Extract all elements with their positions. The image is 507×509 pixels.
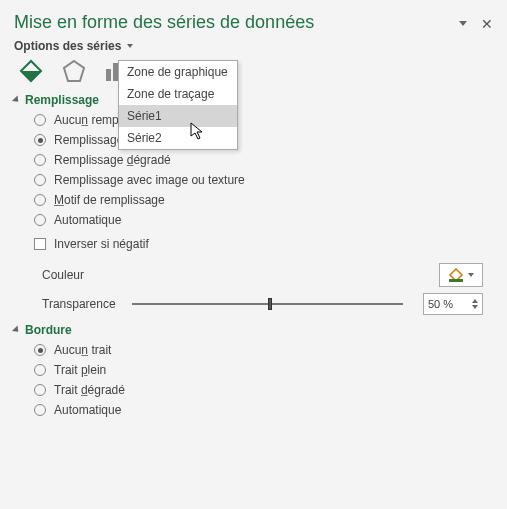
radio-icon (34, 404, 46, 416)
transparency-label: Transparence (42, 297, 122, 311)
transparency-slider[interactable] (132, 303, 403, 305)
radio-icon (34, 114, 46, 126)
chevron-down-icon (468, 273, 474, 277)
chevron-down-icon (127, 44, 133, 48)
border-auto-radio[interactable]: Automatique (34, 403, 493, 417)
dropdown-item-plot-area[interactable]: Zone de traçage (119, 83, 237, 105)
task-pane-options-icon[interactable] (459, 21, 467, 26)
invert-negative-checkbox[interactable]: Inverser si négatif (34, 237, 493, 251)
border-gradient-radio[interactable]: Trait dégradé (34, 383, 493, 397)
svg-rect-1 (106, 69, 111, 81)
radio-icon (34, 214, 46, 226)
series-options-dropdown[interactable]: Options des séries (14, 39, 493, 53)
series-options-label: Options des séries (14, 39, 121, 53)
dropdown-item-series1[interactable]: Série1 (119, 105, 237, 127)
close-icon[interactable]: ✕ (481, 16, 493, 32)
series-selection-dropdown: Zone de graphique Zone de traçage Série1… (118, 60, 238, 150)
radio-icon (34, 134, 46, 146)
border-none-radio[interactable]: Aucun trait (34, 343, 493, 357)
radio-icon (34, 384, 46, 396)
radio-icon (34, 194, 46, 206)
color-label: Couleur (42, 268, 122, 282)
svg-rect-4 (449, 279, 463, 282)
fill-line-tab-icon[interactable] (18, 59, 44, 83)
collapse-icon (12, 95, 21, 104)
fill-picture-radio[interactable]: Remplissage avec image ou texture (34, 173, 493, 187)
dropdown-item-chart-area[interactable]: Zone de graphique (119, 61, 237, 83)
radio-icon (34, 154, 46, 166)
checkbox-icon (34, 238, 46, 250)
fill-auto-radio[interactable]: Automatique (34, 213, 493, 227)
radio-icon (34, 344, 46, 356)
fill-gradient-radio[interactable]: Remplissage dégradé (34, 153, 493, 167)
fill-section-header[interactable]: Remplissage (14, 93, 493, 107)
transparency-input[interactable]: 50 % (423, 293, 483, 315)
fill-pattern-radio[interactable]: Motif de remplissage (34, 193, 493, 207)
spinner-icon (472, 299, 478, 309)
pane-title: Mise en forme des séries de données (14, 12, 314, 33)
slider-thumb-icon (268, 298, 272, 310)
dropdown-item-series2[interactable]: Série2 (119, 127, 237, 149)
border-solid-radio[interactable]: Trait plein (34, 363, 493, 377)
fill-solid-radio[interactable]: Remplissage uni (34, 133, 493, 147)
paint-bucket-icon (448, 268, 464, 282)
fill-none-radio[interactable]: Aucun remplissage (34, 113, 493, 127)
radio-icon (34, 364, 46, 376)
fill-color-button[interactable] (439, 263, 483, 287)
svg-marker-0 (64, 61, 84, 81)
border-section-header[interactable]: Bordure (14, 323, 493, 337)
radio-icon (34, 174, 46, 186)
collapse-icon (12, 325, 21, 334)
effects-tab-icon[interactable] (62, 59, 86, 83)
